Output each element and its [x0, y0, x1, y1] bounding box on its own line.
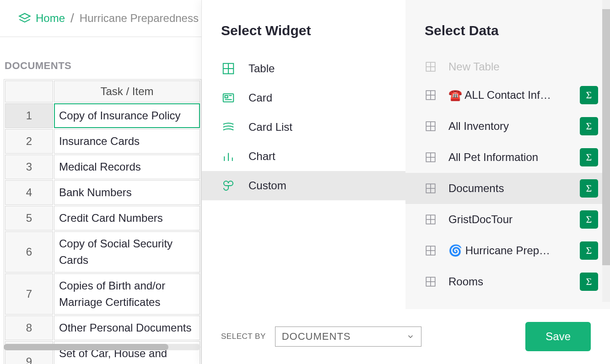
row-number[interactable]: 1: [5, 103, 53, 128]
table-icon: [425, 120, 437, 132]
table-icon: [221, 61, 236, 76]
rownum-header: [5, 80, 53, 102]
save-button[interactable]: Save: [525, 322, 591, 351]
row-number[interactable]: 7: [5, 273, 53, 315]
data-option[interactable]: RoomsΣ: [405, 266, 604, 297]
row-number[interactable]: 5: [5, 206, 53, 230]
task-cell[interactable]: Copy of Social Security Cards: [54, 231, 200, 273]
svg-rect-5: [225, 96, 228, 98]
breadcrumb-doc[interactable]: Hurricane Preparedness: [80, 12, 199, 25]
widget-label: Card List: [248, 121, 292, 134]
summary-button[interactable]: Σ: [580, 117, 598, 135]
data-option[interactable]: ☎️ ALL Contact Inf…Σ: [405, 80, 604, 111]
data-option[interactable]: All Pet InformationΣ: [405, 142, 604, 173]
data-option: New Table: [405, 54, 604, 80]
scrollbar-thumb[interactable]: [4, 344, 168, 350]
table-row[interactable]: 5Credit Card Numbers: [5, 206, 200, 230]
table-icon: [425, 61, 437, 73]
table-icon: [425, 214, 437, 225]
widget-label: Table: [248, 62, 275, 75]
svg-marker-0: [19, 14, 30, 19]
table-row[interactable]: 8Other Personal Documents: [5, 316, 200, 340]
table-icon: [425, 276, 437, 288]
row-number[interactable]: 2: [5, 129, 53, 154]
table-row[interactable]: 1Copy of Insurance Policy: [5, 103, 200, 128]
data-column: Select Data New Table☎️ ALL Contact Inf……: [405, 0, 610, 309]
widget-title: Select Widget: [202, 18, 405, 52]
breadcrumb-sep: /: [65, 11, 80, 26]
task-cell[interactable]: Bank Numbers: [54, 180, 200, 205]
home-link[interactable]: Home: [18, 12, 65, 25]
chart-icon: [221, 149, 236, 164]
table-row[interactable]: 2Insurance Cards: [5, 129, 200, 154]
chevron-down-icon: [406, 332, 415, 341]
task-cell[interactable]: Insurance Cards: [54, 129, 200, 154]
summary-button[interactable]: Σ: [580, 273, 598, 291]
table-icon: [425, 151, 437, 163]
select-by-value: DOCUMENTS: [282, 331, 351, 343]
data-label: All Inventory: [448, 120, 574, 133]
card-list-icon: [221, 120, 236, 134]
table-row[interactable]: 4Bank Numbers: [5, 180, 200, 205]
widget-option-table[interactable]: Table: [202, 54, 405, 83]
column-header-task[interactable]: Task / Item: [54, 80, 200, 102]
home-label: Home: [36, 12, 65, 25]
table-icon: [425, 182, 437, 194]
widget-column: Select Widget TableCardCard ListChartCus…: [202, 0, 405, 309]
vscroll-thumb[interactable]: [602, 9, 610, 265]
custom-icon: [221, 178, 236, 193]
data-label: New Table: [448, 60, 598, 73]
data-label: ☎️ ALL Contact Inf…: [448, 89, 574, 102]
widget-option-card[interactable]: Card: [202, 83, 405, 112]
summary-button[interactable]: Σ: [580, 210, 598, 229]
widget-label: Chart: [248, 150, 275, 163]
summary-button[interactable]: Σ: [580, 148, 598, 166]
documents-grid[interactable]: Task / Item 1Copy of Insurance Policy2In…: [4, 79, 201, 364]
data-label: GristDocTour: [448, 213, 574, 226]
data-label: All Pet Information: [448, 151, 574, 164]
summary-button[interactable]: Σ: [580, 241, 598, 260]
row-number[interactable]: 3: [5, 155, 53, 179]
table-row[interactable]: 6Copy of Social Security Cards: [5, 231, 200, 273]
add-widget-dialog: Select Widget TableCardCard ListChartCus…: [201, 0, 610, 364]
table-row[interactable]: 7Copies of Birth and/or Marriage Certifi…: [5, 273, 200, 315]
data-label: Documents: [448, 182, 574, 195]
horizontal-scrollbar[interactable]: [4, 344, 200, 350]
dialog-footer: SELECT BY DOCUMENTS Save: [202, 309, 610, 364]
table-row[interactable]: 3Medical Records: [5, 155, 200, 179]
summary-button[interactable]: Σ: [580, 86, 598, 104]
data-label: Rooms: [448, 275, 574, 288]
row-number[interactable]: 8: [5, 316, 53, 340]
data-label: 🌀 Hurricane Prep…: [448, 244, 574, 257]
task-cell[interactable]: Other Personal Documents: [54, 316, 200, 340]
data-option[interactable]: GristDocTourΣ: [405, 204, 604, 235]
widget-label: Card: [248, 91, 272, 104]
row-number[interactable]: 4: [5, 180, 53, 205]
task-cell[interactable]: Medical Records: [54, 155, 200, 179]
task-cell[interactable]: Credit Card Numbers: [54, 206, 200, 230]
select-by-label: SELECT BY: [221, 332, 266, 341]
data-title: Select Data: [405, 18, 610, 52]
summary-button[interactable]: Σ: [580, 179, 598, 198]
table-icon: [425, 245, 437, 257]
data-option[interactable]: 🌀 Hurricane Prep…Σ: [405, 235, 604, 266]
vertical-scrollbar[interactable]: [602, 0, 610, 302]
task-cell[interactable]: Copies of Birth and/or Marriage Certific…: [54, 273, 200, 315]
select-by-dropdown[interactable]: DOCUMENTS: [275, 327, 421, 347]
card-icon: [221, 91, 236, 105]
table-icon: [425, 89, 437, 101]
widget-option-chart[interactable]: Chart: [202, 142, 405, 171]
widget-option-card-list[interactable]: Card List: [202, 112, 405, 142]
task-cell[interactable]: Copy of Insurance Policy: [54, 103, 200, 128]
widget-option-custom[interactable]: Custom: [202, 171, 405, 200]
row-number[interactable]: 6: [5, 231, 53, 273]
data-option[interactable]: All InventoryΣ: [405, 111, 604, 142]
widget-label: Custom: [248, 179, 286, 192]
data-option[interactable]: DocumentsΣ: [405, 173, 604, 204]
layers-icon: [18, 12, 31, 25]
